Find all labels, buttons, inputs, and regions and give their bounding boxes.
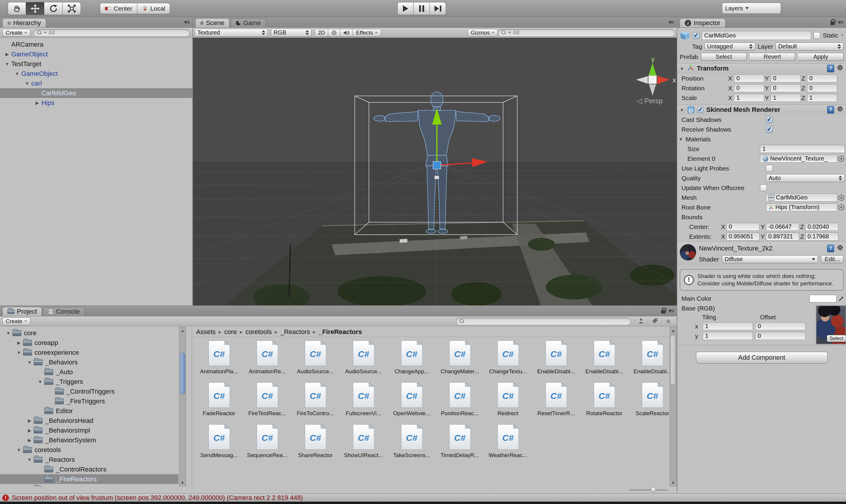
tab-console[interactable]: Console	[43, 307, 85, 316]
mesh-object-field[interactable]: CarlMidGeo	[766, 194, 837, 201]
project-folder-_controltriggers[interactable]: _ControlTriggers	[0, 386, 178, 396]
scale-y-field[interactable]: 1	[771, 94, 801, 102]
foldout-arrow-icon[interactable]: ▶	[3, 52, 11, 57]
layers-dropdown[interactable]: Layers	[722, 3, 781, 14]
slider-knob[interactable]	[651, 487, 656, 492]
project-folder-_controlreactors[interactable]: _ControlReactors	[0, 465, 178, 474]
gear-icon[interactable]	[836, 244, 844, 253]
asset-item[interactable]: C#PositionReac...	[436, 382, 484, 417]
asset-item[interactable]: C#ChangeMater...	[436, 341, 484, 375]
foldout-arrow-icon[interactable]: ▼	[25, 360, 34, 365]
asset-item[interactable]: C#AudioSource...	[340, 341, 387, 375]
hierarchy-search-input[interactable]: All	[33, 29, 190, 37]
project-folder-coreapp[interactable]: ▶coreapp	[0, 338, 178, 348]
foldout-arrow-icon[interactable]: ▼	[23, 81, 31, 86]
project-folder-editor[interactable]: Editor	[0, 406, 178, 416]
add-component-button[interactable]: Add Component	[696, 352, 828, 363]
lock-icon[interactable]	[830, 21, 835, 25]
asset-grid-scrollbar[interactable]: ▲ ▼	[670, 327, 677, 486]
asset-item[interactable]: C#ResetTimerR...	[532, 382, 580, 417]
color-mode-dropdown[interactable]: RGB	[271, 29, 312, 37]
transform-header[interactable]: ▼ Transform ?	[677, 63, 846, 73]
position-y-field[interactable]: 0	[771, 74, 801, 82]
foldout-arrow-icon[interactable]: ▼	[36, 379, 44, 384]
prefab-apply-button[interactable]: Apply	[798, 53, 844, 61]
scroll-up-icon[interactable]: ▲	[179, 327, 186, 334]
panel-menu-icon[interactable]: ▾≡	[669, 307, 674, 314]
project-search-input[interactable]	[456, 318, 631, 325]
foldout-arrow-icon[interactable]: ▼	[3, 61, 11, 66]
foldout-arrow-icon[interactable]: ▶	[25, 428, 34, 433]
search-by-label-icon[interactable]	[648, 318, 662, 325]
static-checkbox[interactable]	[813, 32, 820, 39]
project-folder-_firetriggers[interactable]: _FireTriggers	[0, 396, 178, 406]
thumbnail-size-slider[interactable]	[629, 487, 668, 493]
asset-item[interactable]: C#FullscreenVi...	[340, 382, 387, 417]
name-field[interactable]: CarlMidGeo	[702, 31, 811, 40]
pivot-center-button[interactable]: Center	[100, 3, 137, 14]
foldout-arrow-icon[interactable]: ▼	[15, 350, 23, 355]
asset-item[interactable]: C#EnableDisabl...	[580, 341, 628, 375]
tab-game[interactable]: Game	[231, 18, 266, 28]
gear-icon[interactable]	[836, 64, 844, 73]
project-create-button[interactable]: Create	[2, 318, 31, 325]
material-header[interactable]: NewVincent_Texture_2k2 ? Shader Diffuse …	[677, 241, 846, 266]
foldout-arrow-icon[interactable]: ▶	[33, 100, 41, 106]
center-y-field[interactable]: -0.06647	[766, 223, 799, 231]
asset-item[interactable]: C#RotateReactor	[580, 382, 628, 417]
step-button[interactable]	[430, 2, 446, 15]
asset-item[interactable]: C#ChangeApp...	[387, 341, 436, 375]
hand-tool-button[interactable]	[8, 2, 26, 15]
asset-item[interactable]: C#WeatherReac...	[484, 424, 532, 458]
help-icon[interactable]: ?	[827, 65, 834, 72]
breadcrumb-item[interactable]: core	[224, 328, 237, 336]
skinned-mesh-renderer-header[interactable]: ▼ Skinned Mesh Renderer ?	[677, 105, 846, 115]
panel-menu-icon[interactable]: ▾≡	[184, 19, 189, 26]
receive-shadows-checkbox[interactable]	[766, 126, 773, 133]
hierarchy-item-hips[interactable]: ▶Hips	[0, 98, 192, 108]
tab-inspector[interactable]: i Inspector	[680, 18, 725, 28]
asset-item[interactable]: C#TimedDelayR...	[436, 424, 484, 458]
base-texture-thumbnail[interactable]: Select	[816, 305, 846, 344]
foldout-arrow-icon[interactable]: ▼	[25, 457, 34, 462]
draw-mode-dropdown[interactable]: Textured	[195, 29, 268, 37]
asset-item[interactable]: C#SequenceRea...	[243, 424, 291, 458]
scene-viewport[interactable]: y x ◁ Persp	[193, 38, 677, 305]
project-folder-core[interactable]: ▼core	[0, 328, 178, 338]
play-button[interactable]	[397, 2, 414, 15]
light-probes-checkbox[interactable]	[766, 165, 773, 172]
component-enabled-checkbox[interactable]	[697, 107, 704, 113]
asset-item[interactable]: C#ScaleReactor	[628, 382, 669, 417]
rotate-tool-button[interactable]	[44, 2, 63, 15]
object-picker-icon[interactable]	[838, 204, 844, 210]
asset-item[interactable]: C#Redirect	[484, 382, 532, 417]
object-picker-icon[interactable]	[838, 156, 844, 162]
foldout-arrow-icon[interactable]: ▼	[4, 330, 13, 336]
project-folder-editor[interactable]: ▼Editor	[0, 484, 178, 486]
hierarchy-item-testtarget[interactable]: ▼TestTarget	[0, 59, 192, 69]
breadcrumb-item[interactable]: coretools	[245, 328, 272, 336]
hierarchy-item-arcamera[interactable]: ARCamera	[0, 39, 192, 49]
scroll-down-icon[interactable]: ▼	[670, 480, 676, 486]
asset-item[interactable]: C#EnableDisabl...	[532, 341, 580, 375]
breadcrumb-item[interactable]: Assets	[196, 328, 215, 336]
lock-icon[interactable]	[661, 310, 666, 314]
element0-object-field[interactable]: NewVincent_Texture_	[760, 155, 837, 163]
eyedropper-icon[interactable]	[838, 296, 844, 302]
project-folder-coreexperience[interactable]: ▼coreexperience	[0, 348, 178, 357]
tiling-y-field[interactable]: 1	[703, 332, 753, 340]
texture-select-button[interactable]: Select	[827, 335, 846, 342]
gizmos-dropdown-button[interactable]: Gizmos	[468, 29, 498, 37]
asset-item[interactable]: C#AnimationPla...	[195, 341, 243, 375]
hierarchy-item-carl[interactable]: ▼carl	[0, 78, 192, 88]
panel-menu-icon[interactable]: ▾≡	[838, 19, 843, 26]
scale-x-field[interactable]: 1	[734, 94, 764, 102]
object-picker-icon[interactable]	[838, 195, 844, 201]
foldout-arrow-icon[interactable]: ▼	[15, 447, 23, 452]
status-bar[interactable]: ! Screen position out of view frustum (s…	[0, 493, 846, 502]
2d-toggle-button[interactable]: 2D	[315, 29, 328, 37]
foldout-arrow-icon[interactable]: ▼	[680, 107, 685, 112]
scale-tool-button[interactable]	[63, 2, 81, 15]
center-z-field[interactable]: 0.02040	[805, 223, 838, 231]
asset-item[interactable]: C#AudioSource...	[291, 341, 340, 375]
